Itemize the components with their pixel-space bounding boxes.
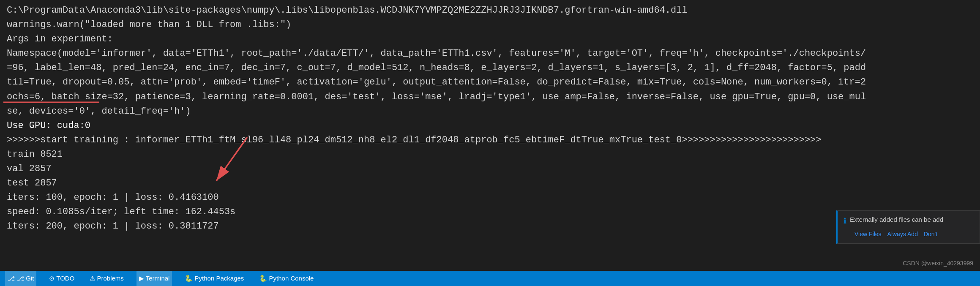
status-python-console[interactable]: 🐍 Python Console <box>257 271 316 286</box>
todo-label: ⊘ TODO <box>49 275 74 282</box>
terminal-line-iters1: iters: 100, epoch: 1 | loss: 0.4163100 <box>7 191 973 205</box>
always-add-link[interactable]: Always Add <box>887 230 918 239</box>
python-console-label: 🐍 Python Console <box>259 275 314 282</box>
terminal-line-5: =96, label_len=48, pred_len=24, enc_in=7… <box>7 61 973 75</box>
terminal-line-4: Namespace(model='informer', data='ETTh1'… <box>7 46 973 61</box>
terminal-line-1: C:\ProgramData\Anaconda3\lib\site-packag… <box>7 3 973 18</box>
notification-popup: ℹ Externally added files can be add View… <box>836 210 980 244</box>
python-packages-label: 🐍 Python Packages <box>185 275 244 282</box>
notification-message: Externally added files can be add <box>850 215 943 224</box>
terminal-line-training: >>>>>>start training : informer_ETTh1_ft… <box>7 133 973 147</box>
terminal-line-speed: speed: 0.1085s/iter; left time: 162.4453… <box>7 205 973 219</box>
view-files-link[interactable]: View Files <box>854 230 882 239</box>
git-icon: ⎇ <box>8 275 15 282</box>
notification-header: ℹ Externally added files can be add <box>844 215 974 227</box>
problems-label: ⚠ Problems <box>90 275 124 282</box>
status-terminal[interactable]: ▶ Terminal <box>136 271 172 286</box>
terminal-line-6: til=True, dropout=0.05, attn='prob', emb… <box>7 75 973 90</box>
git-label: ⎇ Git <box>17 275 34 282</box>
terminal-line-train: train 8521 <box>7 147 973 162</box>
terminal-line-test: test 2857 <box>7 176 973 191</box>
terminal-line-2: warnings.warn("loaded more than 1 DLL fr… <box>7 18 973 32</box>
status-bar[interactable]: ⎇ ⎇ Git ⊘ TODO ⚠ Problems ▶ Terminal 🐍 P… <box>0 271 980 286</box>
terminal-line-8: se, devices='0', detail_freq='h') <box>7 104 973 119</box>
csdn-credit: CSDN @weixin_40293999 <box>903 259 973 268</box>
dont-link[interactable]: Don't <box>924 230 937 239</box>
terminal-container: C:\ProgramData\Anaconda3\lib\site-packag… <box>0 0 980 286</box>
info-icon: ℹ <box>844 215 846 227</box>
terminal-line-val: val 2857 <box>7 162 973 176</box>
terminal-line-iters2: iters: 200, epoch: 1 | loss: 0.3811727 <box>7 219 973 234</box>
terminal-line-3: Args in experiment: <box>7 32 973 46</box>
status-python-packages[interactable]: 🐍 Python Packages <box>182 271 246 286</box>
status-todo[interactable]: ⊘ TODO <box>46 271 77 286</box>
notification-actions[interactable]: View Files Always Add Don't <box>844 230 974 239</box>
status-problems[interactable]: ⚠ Problems <box>87 271 126 286</box>
status-git[interactable]: ⎇ ⎇ Git <box>5 271 36 286</box>
terminal-line-gpu: Use GPU: cuda:0 <box>7 119 973 133</box>
terminal-line-7: ochs=6, batch_size=32, patience=3, learn… <box>7 90 973 104</box>
terminal-label: ▶ Terminal <box>139 275 170 282</box>
